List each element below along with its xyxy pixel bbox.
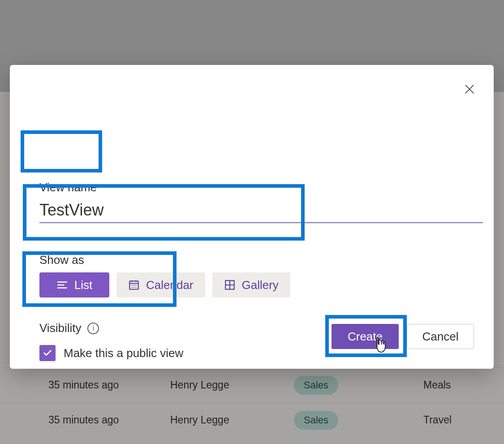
calendar-icon — [128, 279, 140, 291]
show-as-list-button[interactable]: List — [39, 272, 109, 297]
show-as-gallery-label: Gallery — [242, 278, 279, 292]
public-view-checkbox[interactable] — [39, 345, 56, 361]
show-as-calendar-label: Calendar — [146, 278, 194, 292]
cancel-button[interactable]: Cancel — [407, 324, 474, 349]
close-button[interactable] — [459, 78, 480, 100]
close-icon — [464, 83, 475, 95]
show-as-calendar-button[interactable]: Calendar — [116, 272, 205, 297]
view-name-label: View name — [39, 181, 483, 194]
visibility-label: Visibility — [39, 321, 81, 335]
gallery-icon — [224, 279, 236, 291]
create-view-dialog: View name Show as List Calendar Gallery … — [10, 65, 494, 369]
show-as-options: List Calendar Gallery — [39, 272, 290, 297]
show-as-gallery-button[interactable]: Gallery — [212, 272, 290, 297]
list-icon — [56, 279, 68, 291]
check-icon — [43, 348, 52, 358]
info-icon[interactable]: i — [87, 323, 99, 334]
dialog-footer: Create Cancel — [332, 324, 474, 349]
view-name-input[interactable] — [39, 197, 483, 223]
create-button[interactable]: Create — [332, 324, 399, 349]
show-as-list-label: List — [74, 278, 92, 292]
public-view-checkbox-label: Make this a public view — [64, 346, 183, 360]
show-as-label: Show as — [39, 253, 290, 267]
